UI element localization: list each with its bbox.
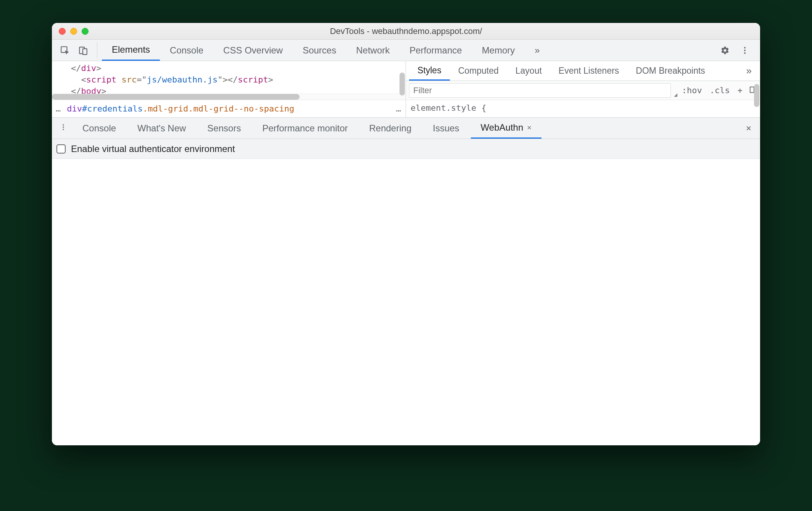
dom-horizontal-scrollbar[interactable]	[52, 94, 406, 100]
code-fragment: ="	[137, 75, 147, 84]
breadcrumb-class: .mdl-grid--no-spacing	[188, 104, 294, 113]
styles-tab-event-listeners[interactable]: Event Listeners	[550, 61, 628, 81]
drawer-close-icon[interactable]: ×	[741, 123, 756, 134]
svg-point-7	[63, 124, 64, 125]
styles-vertical-scrollbar-thumb[interactable]	[754, 84, 759, 107]
styles-tabs: Styles Computed Layout Event Listeners D…	[406, 61, 760, 81]
tab-elements[interactable]: Elements	[102, 40, 160, 61]
code-fragment: </	[228, 75, 238, 84]
tab-memory[interactable]: Memory	[472, 40, 525, 61]
code-fragment: >	[101, 86, 106, 94]
code-fragment: body	[81, 86, 102, 94]
main-tabs: Elements Console CSS Overview Sources Ne…	[102, 40, 717, 61]
drawer-tabs: Console What's New Sensors Performance m…	[52, 118, 760, 139]
drawer-tab-performance-monitor[interactable]: Performance monitor	[252, 118, 358, 139]
styles-tab-layout[interactable]: Layout	[507, 61, 550, 81]
code-fragment: >	[96, 63, 101, 73]
svg-point-9	[63, 129, 64, 130]
svg-point-4	[744, 50, 746, 51]
drawer-tab-webauthn[interactable]: WebAuthn ×	[471, 118, 541, 139]
styles-tabs-overflow-icon[interactable]: »	[741, 65, 757, 77]
titlebar: DevTools - webauthndemo.appspot.com/	[52, 23, 760, 40]
settings-gear-icon[interactable]	[717, 42, 733, 59]
svg-rect-2	[83, 49, 87, 54]
code-fragment: script	[238, 75, 268, 84]
tab-network[interactable]: Network	[346, 40, 400, 61]
code-fragment: src	[121, 75, 137, 84]
code-fragment: js/webauthn.js	[147, 75, 218, 84]
dom-vertical-scrollbar-thumb[interactable]	[400, 73, 405, 95]
styles-filter-input[interactable]	[409, 83, 671, 98]
tab-css-overview[interactable]: CSS Overview	[213, 40, 293, 61]
drawer-tab-rendering[interactable]: Rendering	[359, 118, 421, 139]
close-tab-icon[interactable]: ×	[527, 123, 532, 132]
toolbar-actions	[717, 40, 756, 61]
dom-source: </div> <script src="js/webauthn.js"></sc…	[52, 61, 406, 94]
device-toolbar-icon[interactable]	[74, 40, 92, 61]
dom-horizontal-scrollbar-thumb[interactable]	[52, 94, 300, 100]
toggle-hov-button[interactable]: :hov	[678, 86, 706, 95]
enable-virtual-auth-label: Enable virtual authenticator environment	[71, 144, 235, 154]
kebab-menu-icon[interactable]	[736, 42, 753, 59]
filter-resize-handle-icon[interactable]: ◢	[674, 92, 678, 100]
tab-console[interactable]: Console	[160, 40, 213, 61]
enable-virtual-auth-checkbox[interactable]	[56, 144, 66, 154]
code-fragment: div	[81, 63, 97, 73]
element-style-block[interactable]: element.style {	[406, 100, 760, 116]
breadcrumb-node[interactable]: div#credentials.mdl-grid.mdl-grid--no-sp…	[67, 104, 294, 113]
drawer-tab-label: WebAuthn	[481, 122, 524, 133]
webauthn-panel-body	[52, 159, 760, 445]
window-minimize-button[interactable]	[70, 28, 77, 35]
code-fragment	[116, 75, 121, 84]
svg-point-8	[63, 126, 64, 128]
code-fragment: </	[71, 86, 81, 94]
drawer-tab-issues[interactable]: Issues	[423, 118, 469, 139]
dom-breadcrumb[interactable]: … div#credentials.mdl-grid.mdl-grid--no-…	[52, 100, 406, 117]
code-fragment: script	[86, 75, 116, 84]
breadcrumb-tag: div	[67, 104, 82, 113]
new-style-rule-button[interactable]: +	[734, 86, 746, 95]
tab-performance[interactable]: Performance	[400, 40, 472, 61]
traffic-lights	[59, 28, 89, 35]
drawer-tab-console[interactable]: Console	[72, 118, 126, 139]
breadcrumb-id: #credentials	[82, 104, 143, 113]
devtools-window: DevTools - webauthndemo.appspot.com/ Ele…	[52, 23, 760, 445]
styles-pane: Styles Computed Layout Event Listeners D…	[406, 61, 760, 117]
code-fragment: >	[268, 75, 273, 84]
toolbar-separator	[97, 42, 97, 58]
drawer-kebab-menu-icon[interactable]	[56, 123, 71, 133]
window-title: DevTools - webauthndemo.appspot.com/	[52, 26, 760, 36]
dom-tree-pane[interactable]: </div> <script src="js/webauthn.js"></sc…	[52, 61, 406, 117]
toggle-cls-button[interactable]: .cls	[706, 86, 734, 95]
svg-point-5	[744, 52, 746, 54]
code-fragment: <	[81, 75, 86, 84]
styles-filter-row: ◢ :hov .cls +	[406, 81, 760, 100]
code-fragment: ">	[218, 75, 228, 84]
breadcrumb-more-right[interactable]: …	[396, 104, 402, 113]
breadcrumb-more-left[interactable]: …	[56, 104, 61, 113]
styles-tab-styles[interactable]: Styles	[409, 61, 450, 81]
tabs-overflow-icon[interactable]: »	[525, 40, 549, 61]
elements-panel: </div> <script src="js/webauthn.js"></sc…	[52, 61, 760, 118]
window-maximize-button[interactable]	[82, 28, 89, 35]
svg-point-3	[744, 47, 746, 49]
drawer-tab-whats-new[interactable]: What's New	[127, 118, 196, 139]
main-toolbar: Elements Console CSS Overview Sources Ne…	[52, 40, 760, 61]
inspect-element-icon[interactable]	[56, 40, 74, 61]
styles-tab-dom-breakpoints[interactable]: DOM Breakpoints	[627, 61, 714, 81]
code-fragment: </	[71, 63, 81, 73]
webauthn-enable-row[interactable]: Enable virtual authenticator environment	[52, 139, 760, 159]
window-close-button[interactable]	[59, 28, 66, 35]
breadcrumb-class: .mdl-grid	[143, 104, 188, 113]
drawer-tab-sensors[interactable]: Sensors	[197, 118, 251, 139]
styles-tab-computed[interactable]: Computed	[450, 61, 507, 81]
tab-sources[interactable]: Sources	[293, 40, 346, 61]
